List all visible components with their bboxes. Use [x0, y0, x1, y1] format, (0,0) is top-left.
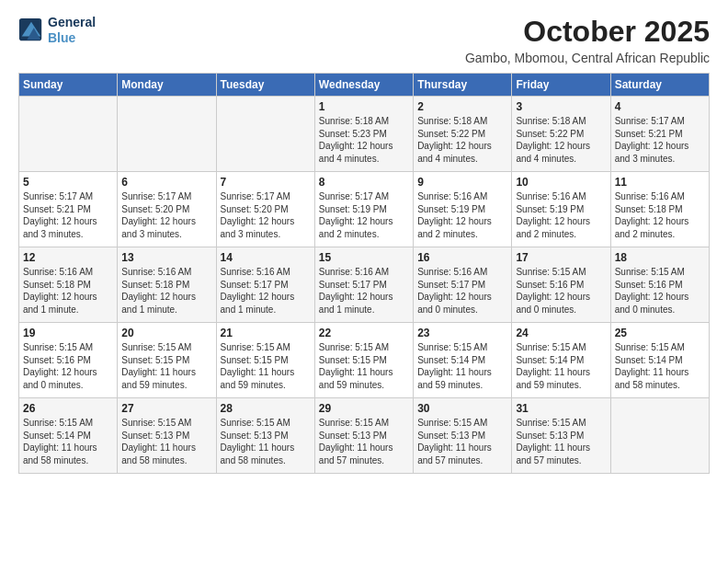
day-info: Sunrise: 5:15 AM Sunset: 5:16 PM Dayligh… [516, 266, 606, 316]
day-info: Sunrise: 5:15 AM Sunset: 5:14 PM Dayligh… [417, 341, 507, 391]
day-cell: 21Sunrise: 5:15 AM Sunset: 5:15 PM Dayli… [216, 323, 314, 398]
day-cell: 3Sunrise: 5:18 AM Sunset: 5:22 PM Daylig… [512, 97, 610, 172]
day-cell: 7Sunrise: 5:17 AM Sunset: 5:20 PM Daylig… [216, 172, 314, 247]
month-title: October 2025 [465, 15, 710, 49]
day-info: Sunrise: 5:15 AM Sunset: 5:15 PM Dayligh… [221, 341, 311, 391]
day-info: Sunrise: 5:18 AM Sunset: 5:22 PM Dayligh… [516, 115, 606, 165]
day-cell [216, 97, 314, 172]
day-number: 12 [23, 251, 113, 264]
day-number: 21 [221, 327, 311, 339]
week-row-5: 26Sunrise: 5:15 AM Sunset: 5:14 PM Dayli… [19, 398, 710, 474]
day-info: Sunrise: 5:17 AM Sunset: 5:19 PM Dayligh… [319, 190, 409, 240]
header-row: Sunday Monday Tuesday Wednesday Thursday… [19, 74, 710, 97]
day-number: 7 [221, 176, 311, 189]
day-number: 9 [417, 176, 507, 189]
logo-icon [18, 17, 44, 43]
day-number: 26 [23, 402, 113, 415]
day-number: 25 [615, 327, 705, 339]
day-number: 13 [121, 251, 211, 264]
day-number: 30 [417, 402, 507, 415]
day-number: 29 [319, 402, 409, 415]
day-cell: 19Sunrise: 5:15 AM Sunset: 5:16 PM Dayli… [19, 323, 118, 398]
day-number: 23 [417, 327, 507, 339]
day-number: 6 [121, 176, 211, 189]
day-info: Sunrise: 5:15 AM Sunset: 5:14 PM Dayligh… [615, 341, 705, 391]
logo-line2: Blue [48, 30, 96, 46]
day-number: 3 [516, 100, 606, 113]
day-cell: 10Sunrise: 5:16 AM Sunset: 5:19 PM Dayli… [512, 172, 610, 247]
day-cell: 23Sunrise: 5:15 AM Sunset: 5:14 PM Dayli… [414, 323, 512, 398]
day-info: Sunrise: 5:15 AM Sunset: 5:13 PM Dayligh… [221, 417, 311, 466]
day-cell: 13Sunrise: 5:16 AM Sunset: 5:18 PM Dayli… [118, 247, 216, 323]
day-info: Sunrise: 5:15 AM Sunset: 5:15 PM Dayligh… [319, 341, 409, 391]
day-info: Sunrise: 5:16 AM Sunset: 5:17 PM Dayligh… [319, 266, 409, 316]
day-cell: 20Sunrise: 5:15 AM Sunset: 5:15 PM Dayli… [118, 323, 216, 398]
day-cell: 24Sunrise: 5:15 AM Sunset: 5:14 PM Dayli… [512, 323, 610, 398]
day-info: Sunrise: 5:16 AM Sunset: 5:19 PM Dayligh… [417, 190, 507, 240]
day-info: Sunrise: 5:17 AM Sunset: 5:20 PM Dayligh… [121, 190, 211, 240]
col-friday: Friday [512, 74, 610, 97]
day-info: Sunrise: 5:17 AM Sunset: 5:20 PM Dayligh… [221, 190, 311, 240]
day-cell: 11Sunrise: 5:16 AM Sunset: 5:18 PM Dayli… [610, 172, 709, 247]
col-monday: Monday [118, 74, 216, 97]
logo: General Blue [18, 15, 96, 46]
day-number: 15 [319, 251, 409, 264]
col-thursday: Thursday [414, 74, 512, 97]
day-number: 4 [615, 100, 705, 113]
day-cell: 22Sunrise: 5:15 AM Sunset: 5:15 PM Dayli… [314, 323, 413, 398]
day-number: 1 [319, 100, 409, 113]
day-info: Sunrise: 5:15 AM Sunset: 5:14 PM Dayligh… [516, 341, 606, 391]
day-number: 20 [121, 327, 211, 339]
logo-line1: General [48, 15, 96, 30]
day-number: 8 [319, 176, 409, 189]
day-number: 5 [23, 176, 113, 189]
day-cell [610, 398, 709, 474]
day-number: 24 [516, 327, 606, 339]
day-info: Sunrise: 5:17 AM Sunset: 5:21 PM Dayligh… [615, 115, 705, 165]
day-cell: 18Sunrise: 5:15 AM Sunset: 5:16 PM Dayli… [610, 247, 709, 323]
day-cell [19, 97, 118, 172]
day-cell: 1Sunrise: 5:18 AM Sunset: 5:23 PM Daylig… [314, 97, 413, 172]
day-info: Sunrise: 5:15 AM Sunset: 5:13 PM Dayligh… [121, 417, 211, 466]
day-cell: 9Sunrise: 5:16 AM Sunset: 5:19 PM Daylig… [414, 172, 512, 247]
day-cell [118, 97, 216, 172]
day-cell: 8Sunrise: 5:17 AM Sunset: 5:19 PM Daylig… [314, 172, 413, 247]
day-info: Sunrise: 5:15 AM Sunset: 5:13 PM Dayligh… [417, 417, 507, 466]
day-cell: 29Sunrise: 5:15 AM Sunset: 5:13 PM Dayli… [314, 398, 413, 474]
day-number: 2 [417, 100, 507, 113]
day-cell: 17Sunrise: 5:15 AM Sunset: 5:16 PM Dayli… [512, 247, 610, 323]
day-cell: 26Sunrise: 5:15 AM Sunset: 5:14 PM Dayli… [19, 398, 118, 474]
day-number: 17 [516, 251, 606, 264]
logo-text: General Blue [48, 15, 96, 46]
col-tuesday: Tuesday [216, 74, 314, 97]
col-sunday: Sunday [19, 74, 118, 97]
day-number: 22 [319, 327, 409, 339]
day-cell: 25Sunrise: 5:15 AM Sunset: 5:14 PM Dayli… [610, 323, 709, 398]
day-cell: 12Sunrise: 5:16 AM Sunset: 5:18 PM Dayli… [19, 247, 118, 323]
day-cell: 2Sunrise: 5:18 AM Sunset: 5:22 PM Daylig… [414, 97, 512, 172]
day-number: 28 [221, 402, 311, 415]
day-cell: 14Sunrise: 5:16 AM Sunset: 5:17 PM Dayli… [216, 247, 314, 323]
calendar-page: General Blue October 2025 Gambo, Mbomou,… [0, 0, 728, 563]
day-info: Sunrise: 5:15 AM Sunset: 5:13 PM Dayligh… [516, 417, 606, 466]
day-number: 14 [221, 251, 311, 264]
day-info: Sunrise: 5:15 AM Sunset: 5:16 PM Dayligh… [23, 341, 113, 391]
day-info: Sunrise: 5:16 AM Sunset: 5:17 PM Dayligh… [221, 266, 311, 316]
day-info: Sunrise: 5:15 AM Sunset: 5:16 PM Dayligh… [615, 266, 705, 316]
title-block: October 2025 Gambo, Mbomou, Central Afri… [465, 15, 710, 65]
col-saturday: Saturday [610, 74, 709, 97]
day-info: Sunrise: 5:16 AM Sunset: 5:18 PM Dayligh… [23, 266, 113, 316]
day-cell: 30Sunrise: 5:15 AM Sunset: 5:13 PM Dayli… [414, 398, 512, 474]
day-info: Sunrise: 5:16 AM Sunset: 5:18 PM Dayligh… [615, 190, 705, 240]
day-cell: 4Sunrise: 5:17 AM Sunset: 5:21 PM Daylig… [610, 97, 709, 172]
calendar-body: 1Sunrise: 5:18 AM Sunset: 5:23 PM Daylig… [19, 97, 710, 474]
day-info: Sunrise: 5:17 AM Sunset: 5:21 PM Dayligh… [23, 190, 113, 240]
day-info: Sunrise: 5:18 AM Sunset: 5:23 PM Dayligh… [319, 115, 409, 165]
day-cell: 16Sunrise: 5:16 AM Sunset: 5:17 PM Dayli… [414, 247, 512, 323]
day-number: 31 [516, 402, 606, 415]
day-cell: 28Sunrise: 5:15 AM Sunset: 5:13 PM Dayli… [216, 398, 314, 474]
day-info: Sunrise: 5:15 AM Sunset: 5:14 PM Dayligh… [23, 417, 113, 466]
week-row-2: 5Sunrise: 5:17 AM Sunset: 5:21 PM Daylig… [19, 172, 710, 247]
day-cell: 31Sunrise: 5:15 AM Sunset: 5:13 PM Dayli… [512, 398, 610, 474]
day-number: 19 [23, 327, 113, 339]
